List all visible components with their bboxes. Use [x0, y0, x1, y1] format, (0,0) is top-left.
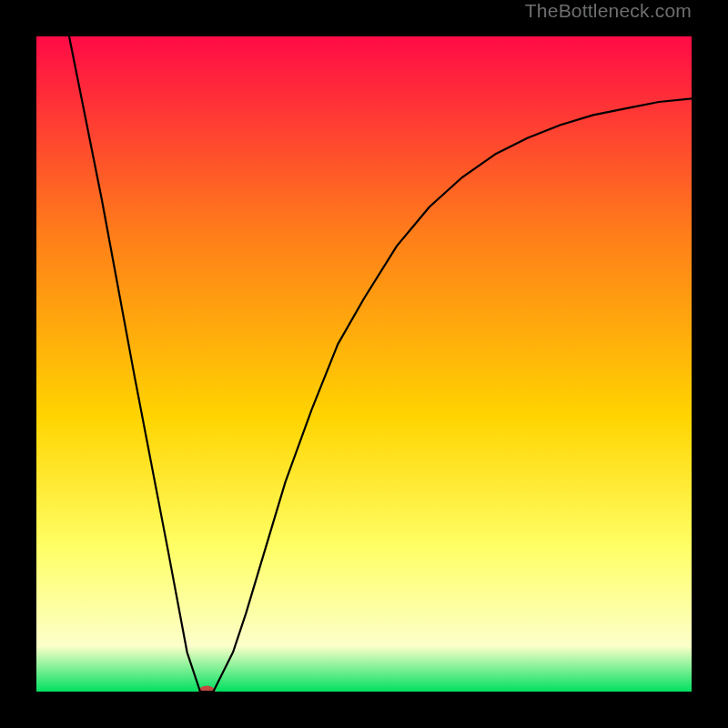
chart-frame: TheBottleneck.com [0, 0, 728, 728]
gradient-background [36, 36, 692, 692]
plot-area [36, 36, 692, 692]
watermark-label: TheBottleneck.com [525, 0, 692, 22]
chart-svg [36, 36, 692, 692]
